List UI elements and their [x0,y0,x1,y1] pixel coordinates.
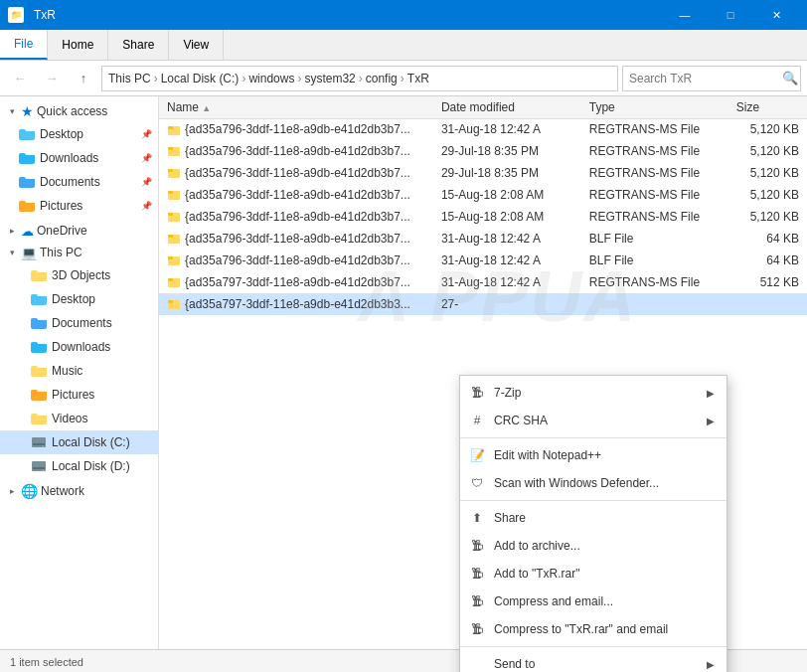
svg-rect-17 [168,235,173,238]
sidebar-item-documents2[interactable]: Documents [0,311,158,335]
table-row[interactable]: {ad35a796-3ddf-11e8-a9db-e41d2db3b7... 1… [159,206,807,228]
file-type: REGTRANS-MS File [581,118,728,140]
breadcrumb-system32[interactable]: system32 [304,72,355,85]
local-c-label: Local Disk (C:) [52,435,130,449]
table-row[interactable]: {ad35a796-3ddf-11e8-a9db-e41d2db3b7... 3… [159,228,807,250]
file-date: 31-Aug-18 12:42 A [433,228,581,250]
tab-share[interactable]: Share [108,30,169,60]
onedrive-header[interactable]: ▸ ☁ OneDrive [0,220,158,242]
tab-view[interactable]: View [169,30,224,60]
tab-file[interactable]: File [0,30,48,60]
sidebar-item-downloads2[interactable]: Downloads [0,335,158,359]
maximize-button[interactable]: □ [708,0,753,30]
ctx-item-compress_rar_email[interactable]: 🗜Compress to "TxR.rar" and email [460,615,726,643]
drive-d-icon [31,459,47,473]
pictures2-label: Pictures [52,388,94,402]
breadcrumb-txr[interactable]: TxR [407,72,429,85]
col-header-date[interactable]: Date modified [433,96,581,118]
file-name: {ad35a796-3ddf-11e8-a9db-e41d2db3b7... [159,162,433,184]
file-type: REGTRANS-MS File [581,140,728,162]
file-size: 5,120 KB [728,118,807,140]
thispc-header[interactable]: ▾ 💻 This PC [0,242,158,263]
table-row[interactable]: {ad35a797-3ddf-11e8-a9db-e41d2db3b3... 2… [159,293,807,315]
file-list-body: {ad35a796-3ddf-11e8-a9db-e41d2db3b7... 3… [159,118,807,315]
tab-home[interactable]: Home [48,30,108,60]
file-name: {ad35a796-3ddf-11e8-a9db-e41d2db3b7... [159,250,433,271]
breadcrumb-config[interactable]: config [366,72,398,85]
up-button[interactable]: ↑ [70,66,97,91]
ctx-item-7zip[interactable]: 🗜7-Zip▶ [460,379,726,407]
minimize-button[interactable]: — [662,0,708,30]
desktop-icon [19,127,35,141]
breadcrumb[interactable]: This PC › Local Disk (C:) › windows › sy… [101,66,618,91]
drive-c-icon [31,435,47,449]
music-label: Music [52,364,82,378]
ctx-icon: ⬆ [468,509,486,527]
sidebar-item-local-d[interactable]: Local Disk (D:) [0,454,158,478]
file-size [728,293,807,315]
breadcrumb-thispc[interactable]: This PC [108,72,151,85]
table-row[interactable]: {ad35a796-3ddf-11e8-a9db-e41d2db3b7... 1… [159,184,807,206]
ctx-label: Compress to "TxR.rar" and email [494,622,715,636]
col-header-size[interactable]: Size [728,96,807,118]
file-size: 64 KB [728,250,807,271]
sidebar-item-videos[interactable]: Videos [0,407,158,430]
quick-access-label: Quick access [37,104,107,118]
breadcrumb-windows[interactable]: windows [248,72,294,85]
network-icon: 🌐 [21,483,38,499]
ctx-item-addrar[interactable]: 🗜Add to "TxR.rar" [460,560,726,588]
sidebar-item-music[interactable]: Music [0,359,158,383]
sidebar-item-pictures[interactable]: Pictures 📌 [0,194,158,218]
search-box: 🔍 [622,66,801,91]
ctx-item-addarchive[interactable]: 🗜Add to archive... [460,532,726,560]
thispc-expand: ▾ [6,248,18,257]
ctx-item-crcsha[interactable]: #CRC SHA▶ [460,407,726,434]
ctx-item-sendto[interactable]: Send to▶ [460,650,726,672]
pin-icon-dl: 📌 [141,153,152,163]
close-button[interactable]: ✕ [753,0,799,30]
thispc-icon: 💻 [21,246,37,260]
3dobjects-label: 3D Objects [52,268,110,282]
file-size: 5,120 KB [728,140,807,162]
sidebar-item-desktop2[interactable]: Desktop [0,287,158,311]
main-layout: ▾ ★ Quick access Desktop 📌 Downloads 📌 D… [0,96,807,649]
quick-access-header[interactable]: ▾ ★ Quick access [0,100,158,122]
ctx-item-share[interactable]: ⬆Share [460,504,726,532]
music-icon [31,364,47,378]
sidebar-item-documents[interactable]: Documents 📌 [0,170,158,194]
ctx-item-compress_email[interactable]: 🗜Compress and email... [460,588,726,615]
file-name: {ad35a797-3ddf-11e8-a9db-e41d2db3b3... [159,293,433,315]
sidebar-desktop-label: Desktop [40,127,83,141]
ctx-label: Share [494,511,715,525]
sidebar-item-3dobjects[interactable]: 3D Objects [0,263,158,287]
sidebar-item-desktop[interactable]: Desktop 📌 [0,122,158,146]
ctx-item-notepadpp[interactable]: 📝Edit with Notepad++ [460,441,726,469]
svg-point-5 [42,469,44,471]
desktop2-icon [31,292,47,306]
ctx-icon: 🗜 [468,620,486,638]
svg-rect-0 [32,437,46,447]
network-header[interactable]: ▸ 🌐 Network [0,480,158,502]
forward-button[interactable]: → [38,66,66,91]
file-size: 5,120 KB [728,184,807,206]
table-row[interactable]: {ad35a796-3ddf-11e8-a9db-e41d2db3b7... 2… [159,140,807,162]
breadcrumb-c[interactable]: Local Disk (C:) [161,72,240,85]
col-header-type[interactable]: Type [581,96,728,118]
quick-access-section: ▾ ★ Quick access Desktop 📌 Downloads 📌 D… [0,100,158,218]
file-name: {ad35a796-3ddf-11e8-a9db-e41d2db3b7... [159,206,433,228]
sidebar-item-pictures2[interactable]: Pictures [0,383,158,407]
table-row[interactable]: {ad35a797-3ddf-11e8-a9db-e41d2db3b7... 3… [159,271,807,293]
table-row[interactable]: {ad35a796-3ddf-11e8-a9db-e41d2db3b7... 2… [159,162,807,184]
table-row[interactable]: {ad35a796-3ddf-11e8-a9db-e41d2db3b7... 3… [159,118,807,140]
pin-icon: 📌 [141,129,152,139]
ctx-item-defender[interactable]: 🛡Scan with Windows Defender... [460,469,726,497]
col-header-name[interactable]: Name ▲ [159,96,433,118]
search-input[interactable] [629,72,778,85]
table-row[interactable]: {ad35a796-3ddf-11e8-a9db-e41d2db3b7... 3… [159,250,807,271]
sidebar-item-downloads[interactable]: Downloads 📌 [0,146,158,170]
pin-icon-doc: 📌 [141,177,152,187]
sidebar-item-local-c[interactable]: Local Disk (C:) [0,430,158,454]
quick-access-star-icon: ★ [21,103,34,119]
svg-rect-7 [168,126,173,129]
back-button[interactable]: ← [6,66,34,91]
